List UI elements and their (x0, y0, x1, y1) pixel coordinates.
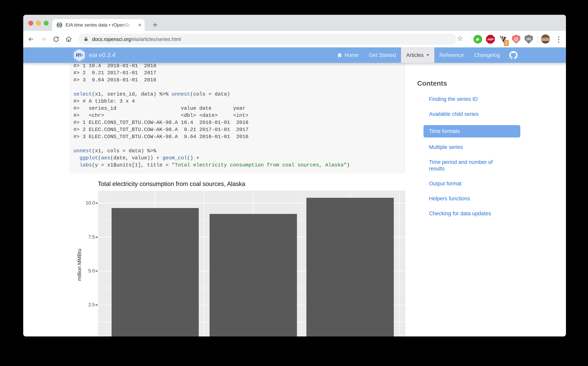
contents-link[interactable]: Available child series (417, 111, 506, 117)
code-line: #> 2 9.21 2017-01-01 2017 (74, 69, 404, 76)
nav-item-reference[interactable]: Reference (434, 47, 469, 63)
code-line: labs(y = x1$units[1], title = "Total ele… (74, 161, 404, 169)
code-line: unnest(x1, cols = data) %>% (74, 147, 404, 154)
y-tick-label: 2.5 (88, 302, 95, 307)
new-tab-button[interactable]: + (151, 21, 159, 29)
y-tick-mark (96, 237, 98, 237)
bar (306, 198, 394, 336)
code-line: #> 1 ELEC.CONS_TOT_BTU.COW-AK-98.A 10.4 … (74, 119, 404, 126)
code-line (74, 84, 404, 91)
browser-tab[interactable]: EIA time series data • rOpenSci: e × (52, 19, 145, 31)
profile-avatar[interactable] (541, 34, 550, 44)
github-link[interactable] (505, 47, 522, 63)
code-line: #> 2 ELEC.CONS_TOT_BTU.COW-AK-98.A 9.21 … (74, 126, 404, 133)
y-tick-label: 10.0 (86, 200, 95, 206)
y-tick-mark (96, 305, 98, 305)
chart-yticks: 0.02.55.07.510.0 (84, 191, 98, 336)
y-tick-label: 7.5 (88, 234, 95, 240)
contents-link[interactable]: Time period and number of results (417, 159, 506, 172)
reload-button[interactable] (51, 34, 61, 44)
chevron-down-icon (426, 54, 429, 56)
extension-thumbs-up-icon[interactable] (473, 34, 483, 44)
extension-privacy-badger-icon[interactable]: 3 (498, 34, 508, 44)
nav-item-get-started[interactable]: Get Started (364, 47, 401, 63)
site-navbar: R↻ eia v0.3.4 Home Get Started Articles … (23, 47, 566, 63)
site-nav-menu: Home Get Started Articles Reference Chan… (332, 47, 522, 63)
code-line: #> <chr> <dbl> <date> <int> (74, 112, 404, 119)
gridline-minor-v (399, 191, 399, 336)
tab-close-icon[interactable]: × (138, 22, 141, 28)
site-favicon-globe-icon (57, 22, 62, 28)
y-tick-label: 0.0 (88, 336, 95, 336)
site-brand[interactable]: R↻ eia v0.3.4 (73, 47, 115, 63)
contents-link[interactable]: Multiple series (417, 144, 506, 151)
url-text: docs.ropensci.org/eia/articles/series.ht… (92, 37, 181, 42)
badger-count-badge: 3 (504, 40, 509, 46)
contents-heading: Contents (417, 79, 543, 87)
forward-button[interactable] (39, 34, 48, 44)
code-line: #> 3 ELEC.CONS_TOT_BTU.COW-AK-98.A 9.64 … (74, 133, 404, 140)
github-icon (509, 51, 518, 59)
contents-link[interactable]: Helpers functions (417, 195, 506, 202)
bar (111, 208, 199, 336)
contents-link-active[interactable]: Time formats (424, 125, 520, 137)
back-button[interactable] (26, 34, 36, 44)
url-host: docs.ropensci.org (92, 37, 131, 42)
url-path: /eia/articles/series.html (131, 37, 181, 42)
nav-item-home[interactable]: Home (332, 47, 364, 63)
y-tick-label: 5.0 (88, 268, 95, 274)
address-bar[interactable]: docs.ropensci.org/eia/articles/series.ht… (79, 34, 456, 45)
code-line: #> # A tibble: 3 x 4 (74, 98, 404, 105)
zoom-window-button[interactable] (44, 21, 49, 26)
contents-nav: Finding the series IDAvailable child ser… (417, 96, 543, 217)
code-line: #> 1 10.4 2018-01-01 2018 (74, 62, 404, 69)
extension-blocker-shield-icon[interactable] (511, 34, 521, 44)
home-button[interactable] (64, 34, 74, 44)
y-tick-mark (96, 271, 98, 271)
extension-adblock-plus-icon[interactable]: ABP (486, 34, 495, 44)
chrome-menu-icon[interactable] (557, 35, 560, 44)
contents-link[interactable]: Finding the series ID (417, 96, 506, 102)
home-icon (337, 52, 342, 58)
gridline-minor-v (302, 191, 302, 336)
chart: Total electricity consumption from coal … (75, 180, 405, 336)
toolbar-separator (537, 36, 538, 44)
nav-item-changelog[interactable]: Changelog (469, 47, 505, 63)
code-line: ggplot(aes(date, value)) + geom_col() + (74, 154, 404, 161)
gridline-minor-v (204, 191, 204, 336)
extension-ublock-origin-icon[interactable]: UO (524, 34, 534, 44)
tab-title-fade (121, 21, 133, 29)
code-line: #> 3 9.64 2016-01-01 2016 (74, 76, 404, 84)
chart-title: Total electricity consumption from coal … (75, 180, 405, 190)
browser-toolbar: docs.ropensci.org/eia/articles/series.ht… (23, 31, 566, 47)
tab-strip: EIA time series data • rOpenSci: e × + (23, 15, 566, 31)
code-block: #> 1 10.4 2018-01-01 2018#> 2 9.21 2017-… (70, 57, 405, 173)
chart-panel (98, 191, 405, 336)
code-line: #> series_id value date year (74, 105, 404, 112)
tab-title: EIA time series data • rOpenSci: e (66, 22, 131, 28)
code-line: select(x1, series_id, data) %>% unnest(c… (74, 91, 404, 98)
y-tick-mark (96, 203, 98, 204)
contents-link[interactable]: Output format (417, 180, 506, 187)
contents-link[interactable]: Checking for data updates (417, 210, 506, 217)
bar (210, 214, 297, 336)
code-line (74, 140, 404, 147)
chart-body: million MMBtu 0.02.55.07.510.0 (75, 191, 405, 336)
brand-title: eia v0.3.4 (89, 52, 115, 59)
browser-window: EIA time series data • rOpenSci: e × + d… (23, 15, 566, 336)
gridline-minor-v (106, 191, 107, 336)
contents-sidebar: Contents Finding the series IDAvailable … (417, 79, 543, 225)
page-content: #> 1 10.4 2018-01-01 2018#> 2 9.21 2017-… (23, 63, 566, 336)
window-controls (28, 21, 49, 26)
ropensci-hex-logo-icon: R↻ (73, 48, 86, 62)
close-window-button[interactable] (28, 21, 33, 26)
minimize-window-button[interactable] (36, 21, 41, 26)
lock-icon (83, 37, 88, 42)
y-axis-label: million MMBtu (75, 191, 84, 336)
nav-item-articles[interactable]: Articles (401, 47, 434, 63)
bookmark-star-icon[interactable]: ☆ (457, 35, 463, 42)
